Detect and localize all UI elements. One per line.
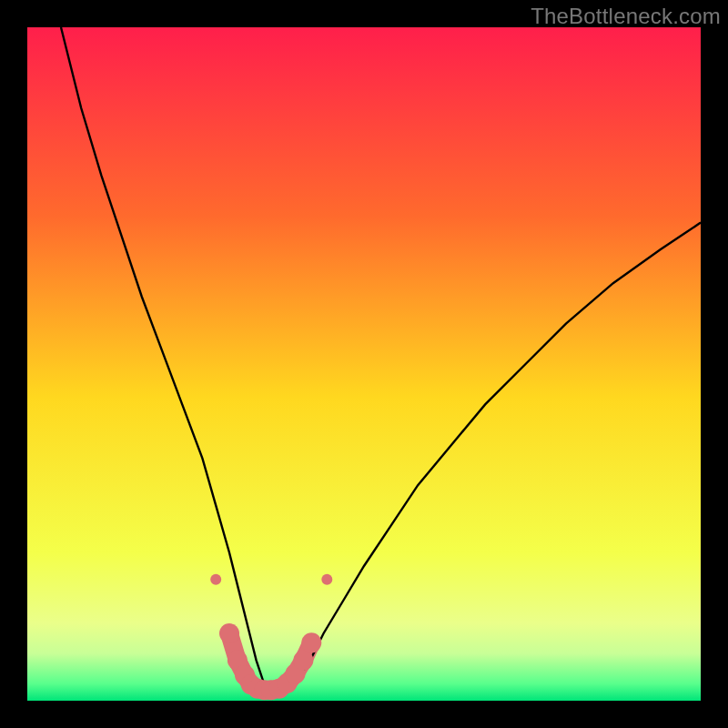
watermark-text: TheBottleneck.com	[531, 4, 721, 29]
marker-dot	[293, 651, 313, 671]
marker-dot	[321, 574, 332, 585]
marker-dot	[219, 623, 239, 643]
marker-dot	[301, 632, 321, 652]
plot-svg	[27, 27, 701, 701]
plot-area	[27, 27, 701, 701]
marker-dot	[210, 574, 221, 585]
gradient-background	[27, 27, 701, 701]
chart-frame: TheBottleneck.com	[0, 0, 728, 728]
